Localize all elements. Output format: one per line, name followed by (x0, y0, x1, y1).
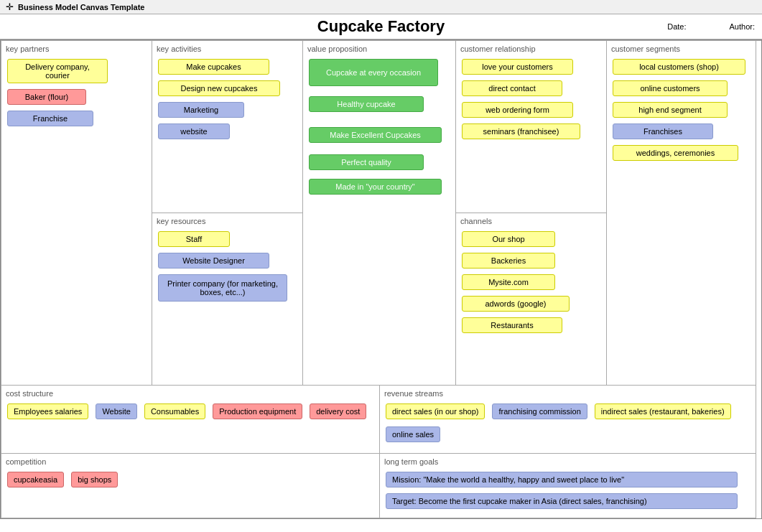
tag-baker[interactable]: Baker (flour) (7, 89, 86, 105)
tag-local-customers[interactable]: local customers (shop) (613, 59, 745, 75)
tag-weddings[interactable]: weddings, ceremonies (613, 145, 738, 161)
tag-excellent[interactable]: Make Excellent Cupcakes (309, 127, 442, 143)
tag-seminars[interactable]: seminars (franchisee) (462, 123, 580, 139)
tag-franchises[interactable]: Franchises (613, 123, 713, 139)
tag-website-act[interactable]: website (158, 123, 230, 139)
title-row: Cupcake Factory Date: Author: (0, 14, 762, 39)
tag-direct-contact[interactable]: direct contact (462, 80, 562, 96)
key-resources-label: key resources (157, 217, 298, 225)
revenue-streams-label: revenue streams (384, 389, 751, 398)
revenue-streams-cell: revenue streams direct sales (in our sho… (380, 386, 756, 454)
tag-healthy[interactable]: Healthy cupcake (309, 96, 424, 112)
tag-production-equipment[interactable]: Production equipment (213, 403, 302, 419)
tag-big-shops[interactable]: big shops (71, 472, 118, 487)
template-name: Business Model Canvas Template (18, 3, 144, 11)
tag-make-cupcakes[interactable]: Make cupcakes (158, 59, 269, 75)
customer-relationship-tags: love your customers direct contact web o… (460, 57, 602, 141)
tag-target[interactable]: Target: Become the first cupcake maker i… (386, 493, 738, 509)
page-title: Cupcake Factory (0, 17, 762, 36)
cost-structure-label: cost structure (6, 389, 375, 398)
key-resources-tags: Staff Website Designer Printer company (… (157, 230, 298, 303)
top-bar: ✛ Business Model Canvas Template (0, 0, 762, 14)
long-term-goals-cell: long term goals Mission: "Make the world… (380, 454, 756, 518)
tag-printer[interactable]: Printer company (for marketing, boxes, e… (158, 274, 287, 302)
tag-delivery[interactable]: Delivery company, courier (7, 59, 108, 83)
long-term-goals-label: long term goals (384, 457, 751, 466)
cost-structure-tags: Employees salaries Website Consumables P… (6, 402, 375, 421)
main-canvas: key partners Delivery company, courier B… (0, 39, 762, 519)
author-label: Author: (730, 22, 755, 31)
tag-staff[interactable]: Staff (158, 231, 230, 247)
tag-love-customers[interactable]: love your customers (462, 59, 573, 75)
tag-marketing[interactable]: Marketing (158, 102, 244, 118)
date-label: Date: (667, 22, 686, 31)
bottom-section: competition cupcakeasia big shops long t… (1, 454, 761, 518)
tag-online-sales[interactable]: online sales (386, 426, 440, 442)
tag-cupcake-occasion[interactable]: Cupcake at every occasion (309, 59, 438, 86)
channels-tags: Our shop Backeries Mysite.com adwords (g… (460, 230, 602, 335)
competition-label: competition (6, 457, 375, 466)
cost-structure-cell: cost structure Employees salaries Websit… (1, 386, 380, 454)
cross-icon: ✛ (6, 1, 14, 12)
tag-delivery-cost[interactable]: delivery cost (310, 403, 366, 419)
tag-cupcakeasia[interactable]: cupcakeasia (7, 472, 64, 487)
competition-tags: cupcakeasia big shops (6, 470, 375, 489)
tag-website-cost[interactable]: Website (96, 403, 137, 419)
customer-relationship-cell: customer relationship love your customer… (456, 41, 607, 213)
channels-cell: channels Our shop Backeries Mysite.com a… (456, 213, 607, 386)
tag-design[interactable]: Design new cupcakes (158, 80, 280, 96)
tag-our-shop[interactable]: Our shop (462, 231, 555, 247)
tag-restaurants[interactable]: Restaurants (462, 317, 562, 333)
tag-mysite[interactable]: Mysite.com (462, 274, 555, 290)
customer-segments-tags: local customers (shop) online customers … (611, 57, 751, 162)
key-activities-tags: Make cupcakes Design new cupcakes Market… (157, 57, 298, 141)
customer-relationship-label: customer relationship (460, 45, 602, 53)
key-resources-cell: key resources Staff Website Designer Pri… (152, 213, 303, 386)
competition-cell: competition cupcakeasia big shops (1, 454, 380, 518)
revenue-streams-tags: direct sales (in our shop) franchising c… (384, 402, 751, 444)
tag-direct-sales[interactable]: direct sales (in our shop) (386, 403, 485, 419)
tag-online-customers[interactable]: online customers (613, 80, 728, 96)
key-partners-cell: key partners Delivery company, courier B… (1, 41, 152, 386)
date-author: Date: Author: (667, 22, 755, 31)
tag-franchising-commission[interactable]: franchising commission (492, 403, 587, 419)
key-partners-tags: Delivery company, courier Baker (flour) … (6, 57, 147, 128)
customer-segments-cell: customer segments local customers (shop)… (607, 41, 756, 386)
channels-label: channels (460, 217, 602, 225)
tag-website-designer[interactable]: Website Designer (158, 253, 269, 269)
tag-employees-salaries[interactable]: Employees salaries (7, 403, 88, 419)
key-activities-label: key activities (157, 45, 298, 53)
tag-web-ordering[interactable]: web ordering form (462, 102, 573, 118)
key-partners-label: key partners (6, 45, 147, 53)
value-proposition-cell: value proposition Cupcake at every occas… (303, 41, 456, 386)
middle-section: cost structure Employees salaries Websit… (1, 386, 761, 454)
tag-franchise[interactable]: Franchise (7, 111, 93, 126)
tag-country[interactable]: Made in "your country" (309, 179, 442, 195)
key-activities-cell: key activities Make cupcakes Design new … (152, 41, 303, 213)
long-term-goals-tags: Mission: "Make the world a healthy, happ… (384, 470, 751, 510)
value-proposition-tags: Cupcake at every occasion Healthy cupcak… (307, 57, 451, 196)
customer-segments-label: customer segments (611, 45, 751, 53)
upper-section: key partners Delivery company, courier B… (1, 40, 761, 386)
tag-indirect-sales[interactable]: indirect sales (restaurant, bakeries) (595, 403, 731, 419)
tag-high-end[interactable]: high end segment (613, 102, 728, 118)
tag-consumables[interactable]: Consumables (144, 403, 205, 419)
tag-quality[interactable]: Perfect quality (309, 154, 424, 170)
tag-adwords[interactable]: adwords (google) (462, 296, 570, 312)
tag-mission[interactable]: Mission: "Make the world a healthy, happ… (386, 472, 738, 487)
tag-backeries[interactable]: Backeries (462, 253, 555, 269)
value-proposition-label: value proposition (307, 45, 451, 53)
